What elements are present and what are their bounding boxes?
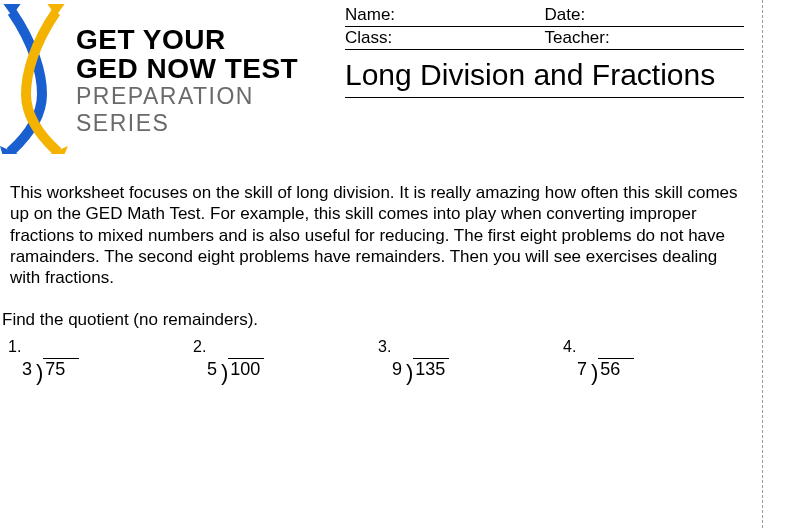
class-label: Class: <box>345 28 545 48</box>
divisor: 3 <box>22 359 36 380</box>
worksheet-page: GET YOUR GED NOW TEST PREPARATION SERIES… <box>0 0 763 528</box>
division-bracket-icon: ) <box>36 364 43 382</box>
divisor: 5 <box>207 359 221 380</box>
dividend: 100 <box>228 358 264 380</box>
dividend: 75 <box>43 358 79 380</box>
brand-line-3: PREPARATION SERIES <box>76 83 345 136</box>
brand-line-2: GED NOW TEST <box>76 54 345 83</box>
long-division: 7 ) 56 <box>563 358 634 380</box>
dividend: 135 <box>413 358 449 380</box>
problem-3: 3. 9 ) 135 <box>378 338 563 380</box>
long-division: 9 ) 135 <box>378 358 449 380</box>
arrows-logo-icon <box>0 4 70 154</box>
date-label: Date: <box>545 5 745 25</box>
division-bracket-icon: ) <box>406 364 413 382</box>
header: GET YOUR GED NOW TEST PREPARATION SERIES… <box>0 0 762 154</box>
logo-block: GET YOUR GED NOW TEST PREPARATION SERIES <box>0 0 345 154</box>
teacher-label: Teacher: <box>545 28 745 48</box>
worksheet-title: Long Division and Fractions <box>345 50 744 98</box>
problem-number: 3. <box>378 338 563 358</box>
name-label: Name: <box>345 5 545 25</box>
long-division: 3 ) 75 <box>8 358 79 380</box>
problems-row-2: 5. 6. 7. 8. <box>0 380 762 528</box>
divisor: 9 <box>392 359 406 380</box>
divisor: 7 <box>577 359 591 380</box>
brand-line-1: GET YOUR <box>76 26 345 54</box>
long-division: 5 ) 100 <box>193 358 264 380</box>
meta-block: Name: Date: Class: Teacher: Long Divisio… <box>345 0 762 98</box>
meta-row-1: Name: Date: <box>345 4 744 27</box>
dividend: 56 <box>598 358 634 380</box>
meta-row-2: Class: Teacher: <box>345 27 744 50</box>
problems-row-1: 1. 3 ) 75 2. 5 ) 100 3. 9 ) 135 4. <box>0 330 762 380</box>
section-1-instructions: Find the quotient (no remainders). <box>0 288 762 330</box>
problem-2: 2. 5 ) 100 <box>193 338 378 380</box>
problem-number: 4. <box>563 338 748 358</box>
problem-1: 1. 3 ) 75 <box>8 338 193 380</box>
problem-number: 1. <box>8 338 193 358</box>
division-bracket-icon: ) <box>591 364 598 382</box>
intro-paragraph: This worksheet focuses on the skill of l… <box>0 154 762 288</box>
problem-number: 2. <box>193 338 378 358</box>
problem-4: 4. 7 ) 56 <box>563 338 748 380</box>
brand-text: GET YOUR GED NOW TEST PREPARATION SERIES <box>70 4 345 136</box>
division-bracket-icon: ) <box>221 364 228 382</box>
